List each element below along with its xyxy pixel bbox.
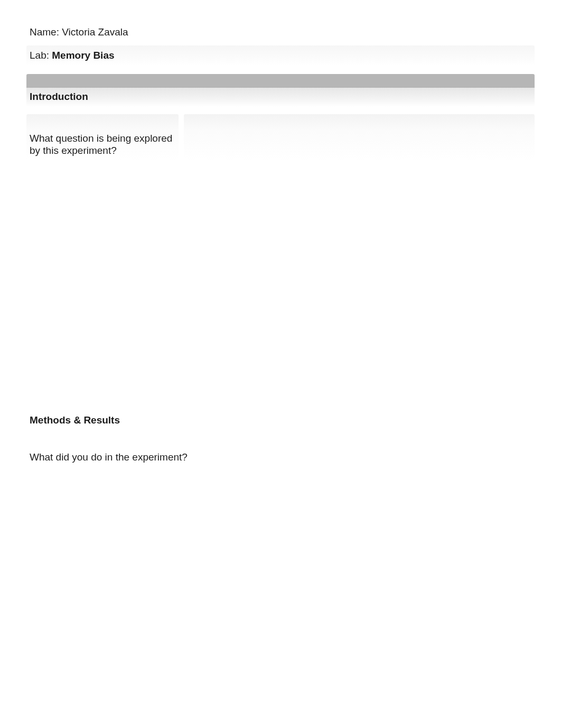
name-line: Name: Victoria Zavala <box>26 26 535 38</box>
name-value: Victoria Zavala <box>62 26 128 38</box>
intro-answer-cell[interactable] <box>184 114 535 161</box>
lab-row: Lab: Memory Bias <box>26 45 535 66</box>
lab-report-page: Name: Victoria Zavala Lab: Memory Bias I… <box>0 0 561 463</box>
introduction-block: Introduction <box>26 74 535 107</box>
section-bar <box>26 74 535 88</box>
introduction-heading: Introduction <box>26 88 535 107</box>
methods-heading: Methods & Results <box>26 414 535 426</box>
methods-question: What did you do in the experiment? <box>26 451 535 463</box>
lab-label: Lab: <box>30 50 52 61</box>
blurred-region <box>26 161 535 414</box>
name-label: Name: <box>30 26 62 38</box>
intro-question-cell: What question is being explored by this … <box>26 114 179 161</box>
lab-value: Memory Bias <box>52 50 114 61</box>
intro-question-row: What question is being explored by this … <box>26 114 535 161</box>
